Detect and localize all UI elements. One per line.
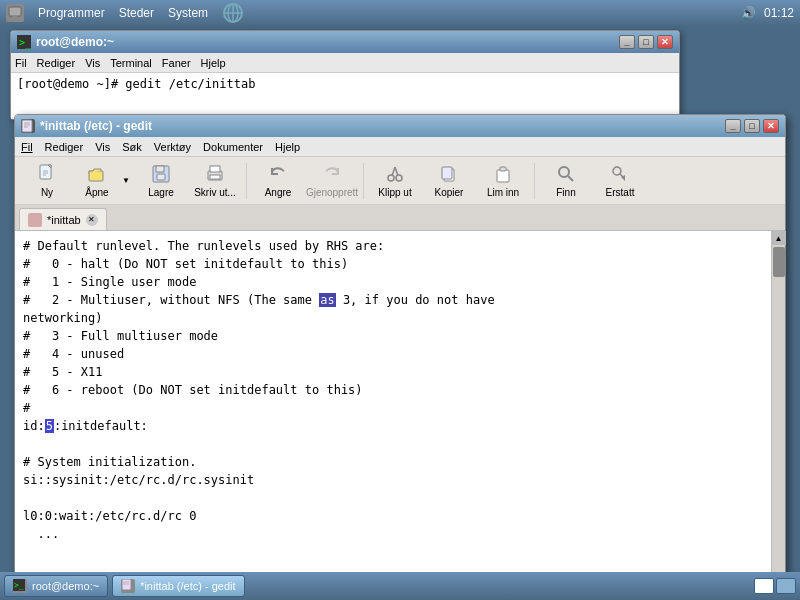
undo-button[interactable]: Angre bbox=[252, 160, 304, 202]
svg-rect-0 bbox=[9, 7, 21, 16]
gedit-editor[interactable]: # Default runlevel. The runlevels used b… bbox=[15, 231, 771, 575]
tab-inittab[interactable]: *inittab ✕ bbox=[19, 208, 107, 230]
editor-line-7: # 4 - unused bbox=[23, 347, 124, 361]
editor-line-10: # bbox=[23, 401, 30, 415]
tab-file-icon bbox=[28, 213, 42, 227]
editor-line-6: # 3 - Full multiuser mode bbox=[23, 329, 218, 343]
print-button[interactable]: Skriv ut... bbox=[189, 160, 241, 202]
svg-text:>_: >_ bbox=[19, 37, 31, 49]
cut-icon bbox=[384, 163, 406, 185]
terminal-menu-vis[interactable]: Vis bbox=[85, 57, 100, 69]
redo-label: Gjenopprett bbox=[306, 187, 358, 198]
editor-line-1: # Default runlevel. The runlevels used b… bbox=[23, 239, 384, 253]
terminal-menu-terminal[interactable]: Terminal bbox=[110, 57, 152, 69]
menu-steder[interactable]: Steder bbox=[119, 6, 154, 20]
terminal-title: root@demo:~ bbox=[36, 35, 114, 49]
terminal-menubar[interactable]: Fil Rediger Vis Terminal Faner Hjelp bbox=[11, 53, 679, 73]
undo-label: Angre bbox=[265, 187, 292, 198]
taskbar-time-area: 🔊 01:12 bbox=[741, 6, 794, 20]
svg-line-33 bbox=[568, 176, 573, 181]
cut-label: Klipp ut bbox=[378, 187, 411, 198]
terminal-menu-hjelp[interactable]: Hjelp bbox=[201, 57, 226, 69]
open-dropdown-button[interactable]: ▼ bbox=[119, 160, 133, 202]
taskbar-gedit-icon bbox=[121, 579, 135, 593]
cut-button[interactable]: Klipp ut bbox=[369, 160, 421, 202]
gedit-menu-fil[interactable]: Fil bbox=[21, 141, 33, 153]
terminal-close-button[interactable]: ✕ bbox=[657, 35, 673, 49]
gedit-menu-dokumenter[interactable]: Dokumenter bbox=[203, 141, 263, 153]
redo-button[interactable]: Gjenopprett bbox=[306, 160, 358, 202]
save-icon bbox=[150, 163, 172, 185]
pager-box-1[interactable] bbox=[754, 578, 774, 594]
svg-line-26 bbox=[392, 167, 395, 176]
gedit-toolbar: Ny Åpne ▼ Lagre Skriv ut... bbox=[15, 157, 785, 205]
gedit-scrollbar[interactable]: ▲ bbox=[771, 231, 785, 575]
svg-line-27 bbox=[395, 167, 398, 176]
svg-point-34 bbox=[613, 167, 621, 175]
toolbar-separator-3 bbox=[534, 163, 535, 199]
toolbar-separator-1 bbox=[246, 163, 247, 199]
redo-icon bbox=[321, 163, 343, 185]
new-label: Ny bbox=[41, 187, 53, 198]
svg-rect-30 bbox=[497, 170, 509, 182]
gedit-menu-sok[interactable]: Søk bbox=[122, 141, 142, 153]
editor-line-3: # 1 - Single user mode bbox=[23, 275, 196, 289]
find-button[interactable]: Finn bbox=[540, 160, 592, 202]
terminal-maximize-button[interactable]: □ bbox=[638, 35, 654, 49]
gedit-menu-hjelp[interactable]: Hjelp bbox=[275, 141, 300, 153]
terminal-window-buttons[interactable]: _ □ ✕ bbox=[619, 35, 673, 49]
gedit-minimize-button[interactable]: _ bbox=[725, 119, 741, 133]
gedit-title: *inittab (/etc) - gedit bbox=[40, 119, 152, 133]
gedit-editor-area: # Default runlevel. The runlevels used b… bbox=[15, 231, 785, 575]
menu-programmer[interactable]: Programmer bbox=[38, 6, 105, 20]
taskbar-pager[interactable] bbox=[754, 578, 796, 594]
svg-point-32 bbox=[559, 167, 569, 177]
replace-icon bbox=[609, 163, 631, 185]
gedit-menubar[interactable]: Fil Rediger Vis Søk Verktøy Dokumenter H… bbox=[15, 137, 785, 157]
gedit-titlebar: *inittab (/etc) - gedit _ □ ✕ bbox=[15, 115, 785, 137]
replace-button[interactable]: Erstatt bbox=[594, 160, 646, 202]
menu-system[interactable]: System bbox=[168, 6, 208, 20]
editor-line-17: ... bbox=[23, 527, 59, 541]
toolbar-separator-2 bbox=[363, 163, 364, 199]
editor-line-16: l0:0:wait:/etc/rc.d/rc 0 bbox=[23, 509, 196, 523]
svg-point-25 bbox=[396, 175, 402, 181]
scrollbar-up-button[interactable]: ▲ bbox=[772, 231, 786, 245]
tab-close-button[interactable]: ✕ bbox=[86, 214, 98, 226]
pager-box-2[interactable] bbox=[776, 578, 796, 594]
save-button[interactable]: Lagre bbox=[135, 160, 187, 202]
svg-rect-12 bbox=[40, 165, 51, 179]
terminal-titlebar-left: >_ root@demo:~ bbox=[17, 35, 114, 49]
editor-line-14: si::sysinit:/etc/rc.d/rc.sysinit bbox=[23, 473, 254, 487]
copy-label: Kopier bbox=[435, 187, 464, 198]
terminal-menu-fil[interactable]: Fil bbox=[15, 57, 27, 69]
gedit-menu-verktoy[interactable]: Verktøy bbox=[154, 141, 191, 153]
terminal-command-line: [root@demo ~]# gedit /etc/inittab bbox=[17, 77, 255, 91]
gedit-window-buttons[interactable]: _ □ ✕ bbox=[725, 119, 779, 133]
gedit-menu-vis[interactable]: Vis bbox=[95, 141, 110, 153]
save-label: Lagre bbox=[148, 187, 174, 198]
new-icon bbox=[36, 163, 58, 185]
gedit-menu-rediger[interactable]: Rediger bbox=[45, 141, 84, 153]
editor-line-2: # 0 - halt (Do NOT set initdefault to th… bbox=[23, 257, 348, 271]
scrollbar-thumb[interactable] bbox=[773, 247, 785, 277]
taskbar-app-gedit[interactable]: *inittab (/etc) - gedit bbox=[112, 575, 244, 597]
paste-button[interactable]: Lim inn bbox=[477, 160, 529, 202]
taskbar-gedit-label: *inittab (/etc) - gedit bbox=[140, 580, 235, 592]
copy-button[interactable]: Kopier bbox=[423, 160, 475, 202]
print-icon bbox=[204, 163, 226, 185]
open-button-group[interactable]: Åpne ▼ bbox=[75, 160, 133, 202]
terminal-minimize-button[interactable]: _ bbox=[619, 35, 635, 49]
open-button[interactable]: Åpne bbox=[75, 160, 119, 202]
gedit-maximize-button[interactable]: □ bbox=[744, 119, 760, 133]
new-button[interactable]: Ny bbox=[21, 160, 73, 202]
gedit-close-button[interactable]: ✕ bbox=[763, 119, 779, 133]
replace-label: Erstatt bbox=[606, 187, 635, 198]
terminal-menu-faner[interactable]: Faner bbox=[162, 57, 191, 69]
taskbar-app-terminal[interactable]: >_ root@demo:~ bbox=[4, 575, 108, 597]
terminal-menu-rediger[interactable]: Rediger bbox=[37, 57, 76, 69]
terminal-window: >_ root@demo:~ _ □ ✕ Fil Rediger Vis Ter… bbox=[10, 30, 680, 120]
paste-icon bbox=[492, 163, 514, 185]
editor-line-8: # 5 - X11 bbox=[23, 365, 102, 379]
taskbar-menu[interactable]: Programmer Steder System bbox=[38, 6, 208, 20]
